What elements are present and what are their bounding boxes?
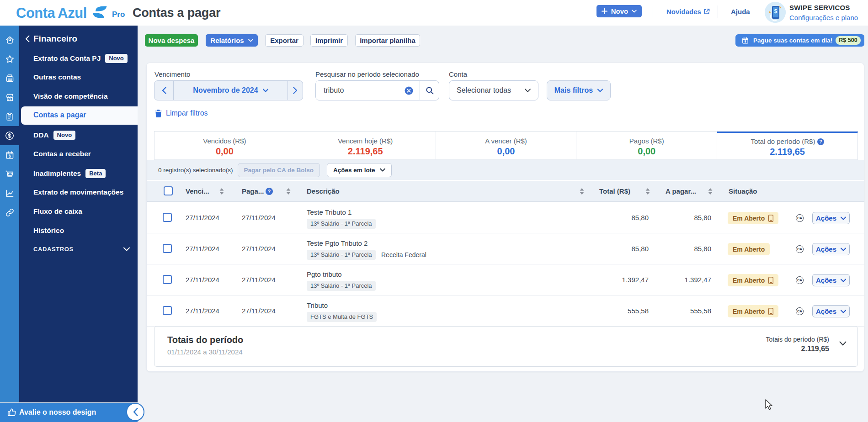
svg-text:?: ? [819,139,822,144]
svg-text:$: $ [774,8,777,15]
svg-text:?: ? [268,189,271,194]
